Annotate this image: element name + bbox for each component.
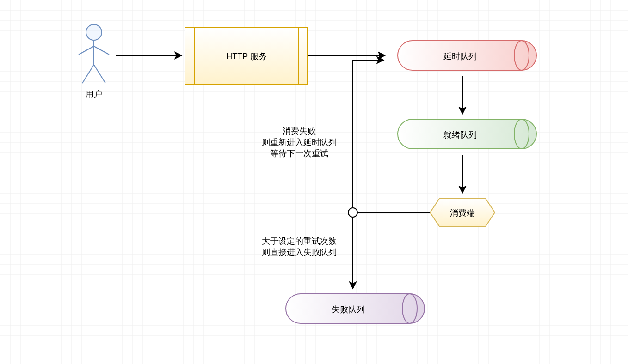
retry-note-line3: 等待下一次重试: [270, 149, 328, 158]
svg-line-3: [79, 46, 94, 55]
arrow-junction-to-delay: [353, 60, 384, 208]
delay-queue-label: 延时队列: [443, 52, 477, 61]
svg-line-4: [94, 46, 109, 55]
flow-diagram: 用户 HTTP 服务 延时队列 就绪队列: [0, 0, 628, 364]
ready-queue-label: 就绪队列: [443, 130, 477, 140]
retry-note-line2: 则重新进入延时队列: [262, 138, 337, 147]
diagram-canvas: 用户 HTTP 服务 延时队列 就绪队列: [0, 0, 628, 364]
fail-queue-label: 失败队列: [332, 305, 365, 314]
svg-point-1: [86, 24, 102, 40]
svg-line-6: [94, 65, 105, 83]
consumer-label: 消费端: [450, 208, 475, 218]
actor-label: 用户: [86, 90, 102, 99]
junction-circle-icon: [348, 208, 357, 217]
svg-line-5: [82, 65, 94, 83]
fail-note-line1: 大于设定的重试次数: [262, 237, 337, 246]
http-service-label: HTTP 服务: [226, 52, 267, 61]
fail-note-line2: 则直接进入失败队列: [262, 248, 337, 257]
actor-user: [79, 24, 109, 83]
retry-note-line1: 消费失败: [283, 127, 316, 136]
